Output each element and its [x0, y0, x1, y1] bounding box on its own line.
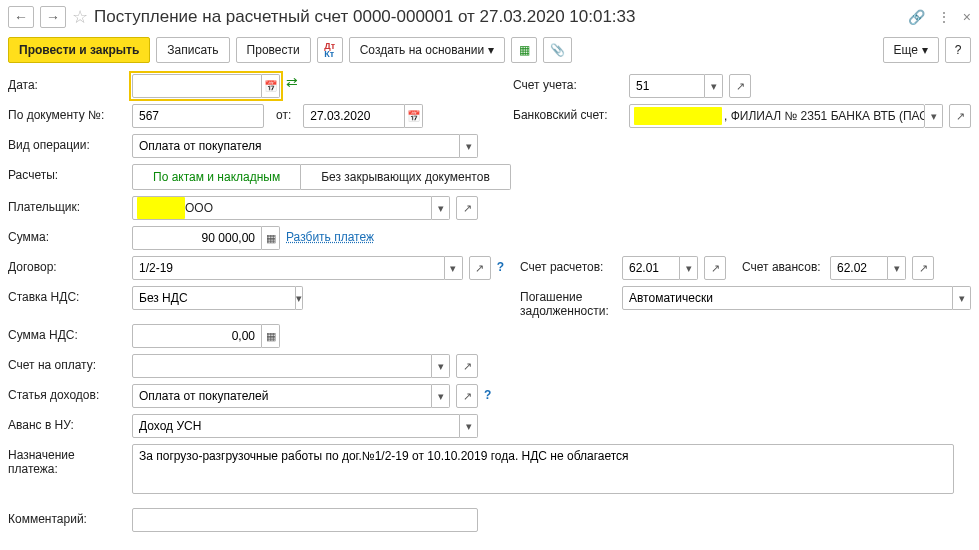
open-icon[interactable]: ↗ — [704, 256, 726, 280]
calc-label: Расчеты: — [8, 164, 126, 182]
dropdown-icon[interactable]: ▾ — [888, 256, 906, 280]
toolbar: Провести и закрыть Записать Провести ДтК… — [8, 34, 971, 71]
optype-input[interactable] — [132, 134, 460, 158]
debtrepay-input[interactable] — [622, 286, 953, 310]
date-field-wrapper: 📅 — [132, 74, 280, 98]
contract-input[interactable] — [132, 256, 445, 280]
calc-icon[interactable]: ▦ — [262, 226, 280, 250]
settl-account-label: Счет расчетов: — [520, 256, 616, 274]
account-input[interactable] — [629, 74, 705, 98]
advance-account-label: Счет авансов: — [732, 256, 824, 274]
bank-redacted — [634, 107, 722, 125]
help-button[interactable]: ? — [945, 37, 971, 63]
save-button[interactable]: Записать — [156, 37, 229, 63]
settl-account-input[interactable] — [622, 256, 680, 280]
post-button[interactable]: Провести — [236, 37, 311, 63]
more-label: Еще — [894, 43, 918, 57]
sync-icon[interactable]: ⇄ — [286, 74, 298, 90]
docdate-input[interactable] — [303, 104, 405, 128]
advance-account-input[interactable] — [830, 256, 888, 280]
close-icon[interactable]: × — [963, 9, 971, 25]
bankaccount-label: Банковский счет: — [513, 104, 623, 122]
dtk-icon: ДтКт — [324, 42, 335, 58]
chevron-down-icon: ▾ — [488, 43, 494, 57]
register-button[interactable]: ▦ — [511, 37, 537, 63]
bank-suffix: , ФИЛИАЛ № 2351 БАНКА ВТБ (ПАО — [724, 109, 925, 123]
dropdown-icon[interactable]: ▾ — [445, 256, 463, 280]
date-label: Дата: — [8, 74, 126, 92]
advancenu-input[interactable] — [132, 414, 460, 438]
chevron-down-icon: ▾ — [922, 43, 928, 57]
open-icon[interactable]: ↗ — [949, 104, 971, 128]
more-button[interactable]: Еще ▾ — [883, 37, 939, 63]
more-menu-icon[interactable]: ⋮ — [937, 9, 951, 25]
dropdown-icon[interactable]: ▾ — [925, 104, 943, 128]
sum-input[interactable] — [132, 226, 262, 250]
bankaccount-input[interactable]: , ФИЛИАЛ № 2351 БАНКА ВТБ (ПАО — [629, 104, 925, 128]
purpose-label: Назначение платежа: — [8, 444, 126, 476]
open-icon[interactable]: ↗ — [729, 74, 751, 98]
open-icon[interactable]: ↗ — [469, 256, 491, 280]
calc-icon[interactable]: ▦ — [262, 324, 280, 348]
dropdown-icon[interactable]: ▾ — [953, 286, 971, 310]
favorite-star-icon[interactable]: ☆ — [72, 6, 88, 28]
docno-input[interactable] — [132, 104, 264, 128]
post-and-close-button[interactable]: Провести и закрыть — [8, 37, 150, 63]
create-based-on-label: Создать на основании — [360, 43, 485, 57]
incomeitem-input[interactable] — [132, 384, 432, 408]
vatsum-input[interactable] — [132, 324, 262, 348]
dtk-button[interactable]: ДтКт — [317, 37, 343, 63]
purpose-textarea[interactable] — [132, 444, 954, 494]
incomeitem-label: Статья доходов: — [8, 384, 126, 402]
title-bar: ← → ☆ Поступление на расчетный счет 0000… — [8, 4, 971, 34]
comment-label: Комментарий: — [8, 508, 126, 526]
link-icon[interactable]: 🔗 — [908, 9, 925, 25]
dropdown-icon[interactable]: ▾ — [432, 384, 450, 408]
page-title: Поступление на расчетный счет 0000-00000… — [94, 7, 902, 27]
attach-button[interactable]: 📎 — [543, 37, 572, 63]
contract-label: Договор: — [8, 256, 126, 274]
open-icon[interactable]: ↗ — [912, 256, 934, 280]
no-closing-button[interactable]: Без закрывающих документов — [301, 164, 511, 190]
advancenu-label: Аванс в НУ: — [8, 414, 126, 432]
help-icon[interactable]: ? — [497, 256, 504, 274]
invoice-input[interactable] — [132, 354, 432, 378]
open-icon[interactable]: ↗ — [456, 196, 478, 220]
create-based-on-button[interactable]: Создать на основании ▾ — [349, 37, 506, 63]
account-label: Счет учета: — [513, 74, 623, 92]
vatrate-label: Ставка НДС: — [8, 286, 126, 304]
calendar-icon[interactable]: 📅 — [405, 104, 423, 128]
from-label: от: — [270, 104, 297, 122]
calendar-icon[interactable]: 📅 — [262, 74, 280, 98]
dropdown-icon[interactable]: ▾ — [680, 256, 698, 280]
vatsum-label: Сумма НДС: — [8, 324, 126, 342]
payer-suffix: ООО — [185, 201, 213, 215]
dropdown-icon[interactable]: ▾ — [432, 354, 450, 378]
back-button[interactable]: ← — [8, 6, 34, 28]
dropdown-icon[interactable]: ▾ — [296, 286, 303, 310]
dropdown-icon[interactable]: ▾ — [705, 74, 723, 98]
comment-input[interactable] — [132, 508, 478, 532]
payer-label: Плательщик: — [8, 196, 126, 214]
dropdown-icon[interactable]: ▾ — [460, 134, 478, 158]
help-icon[interactable]: ? — [484, 384, 491, 402]
invoice-label: Счет на оплату: — [8, 354, 126, 372]
vatrate-input[interactable] — [132, 286, 296, 310]
sum-label: Сумма: — [8, 226, 126, 244]
payer-redacted — [137, 197, 185, 219]
by-acts-button[interactable]: По актам и накладным — [132, 164, 301, 190]
split-payment-link[interactable]: Разбить платеж — [286, 226, 374, 244]
forward-button[interactable]: → — [40, 6, 66, 28]
debtrepay-label: Погашение задолженности: — [520, 286, 616, 318]
payer-input[interactable]: ООО — [132, 196, 432, 220]
open-icon[interactable]: ↗ — [456, 354, 478, 378]
date-input[interactable] — [132, 74, 262, 98]
dropdown-icon[interactable]: ▾ — [432, 196, 450, 220]
optype-label: Вид операции: — [8, 134, 126, 152]
dropdown-icon[interactable]: ▾ — [460, 414, 478, 438]
docno-label: По документу №: — [8, 104, 126, 122]
open-icon[interactable]: ↗ — [456, 384, 478, 408]
calc-segment: По актам и накладным Без закрывающих док… — [132, 164, 511, 190]
